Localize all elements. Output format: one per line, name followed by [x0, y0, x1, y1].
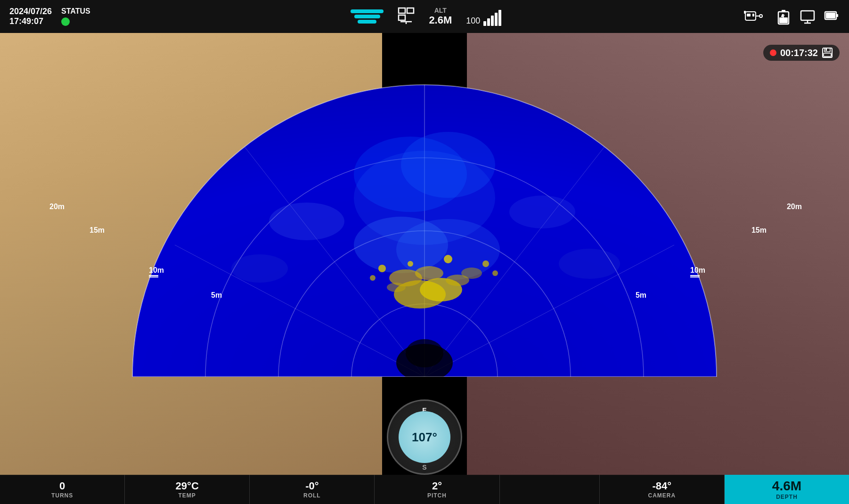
svg-point-46 — [415, 266, 443, 280]
camera-label: CAMERA — [648, 492, 676, 499]
svg-rect-23 — [825, 48, 830, 52]
compass-outer: E 107° S — [387, 399, 462, 475]
tick-line-1 — [149, 275, 158, 276]
header-bar: 2024/07/26 17:49:07 STATUS ALT 2.6M — [0, 0, 849, 33]
range-label-10m-left: 10m — [149, 266, 164, 278]
range-label-20m-right: 20m — [787, 203, 802, 211]
svg-rect-1 — [407, 8, 414, 13]
svg-point-59 — [559, 249, 620, 279]
temp-display: 29°C TEMP — [125, 475, 250, 504]
alt-value: 2.6M — [429, 14, 452, 26]
alt-label: ALT — [434, 7, 447, 14]
svg-rect-24 — [824, 53, 831, 57]
battery-level-icon — [823, 7, 840, 26]
recording-indicator: 00:17:32 — [763, 45, 840, 61]
status-label: STATUS — [61, 7, 90, 16]
signal-bar-2 — [487, 18, 490, 26]
camera-display: -84° CAMERA — [600, 475, 725, 504]
water-surface-icon — [351, 9, 384, 24]
svg-rect-25 — [825, 49, 827, 51]
depth-value: 4.6M — [772, 479, 801, 494]
compass: E 107° S — [387, 399, 462, 475]
time-display: 17:49:07 — [9, 16, 52, 26]
turns-display: 0 TURNS — [0, 475, 125, 504]
bottom-status-bar: 0 TURNS 29°C TEMP -0° ROLL 2° PITCH -84°… — [0, 475, 849, 504]
roll-value: -0° — [305, 480, 318, 492]
svg-rect-12 — [782, 10, 785, 12]
display-icon — [800, 7, 816, 26]
svg-rect-0 — [399, 8, 405, 13]
tick-line-r1 — [690, 275, 700, 276]
depth-label: DEPTH — [776, 494, 798, 500]
record-time: 00:17:32 — [780, 48, 818, 58]
wave-line-2 — [354, 15, 380, 18]
turns-label: TURNS — [51, 492, 73, 499]
range-label-10m-right: 10m — [690, 266, 705, 278]
svg-point-56 — [269, 203, 344, 240]
tick-line-2 — [149, 276, 158, 277]
status-display: STATUS — [61, 7, 90, 26]
svg-point-51 — [482, 260, 489, 267]
roll-label: ROLL — [303, 492, 321, 499]
battery-icon — [776, 7, 792, 26]
svg-rect-16 — [801, 11, 814, 20]
status-indicator — [61, 17, 70, 26]
range-label-5m-left: 5m — [211, 291, 222, 300]
svg-point-54 — [370, 275, 376, 281]
svg-point-50 — [378, 265, 386, 272]
wave-line-3 — [358, 20, 376, 24]
temp-value: 29°C — [176, 480, 199, 492]
altitude-display: ALT 2.6M — [429, 7, 452, 26]
svg-point-52 — [408, 261, 413, 267]
rov-icon — [743, 7, 769, 26]
range-label-15m-right: 15m — [751, 226, 767, 235]
signal-bar-3 — [491, 16, 494, 26]
compass-placeholder — [500, 475, 600, 504]
svg-point-61 — [406, 339, 443, 367]
compass-inner: 107° — [399, 411, 450, 463]
svg-rect-6 — [747, 14, 751, 16]
signal-display: 100 — [466, 7, 501, 26]
record-dot — [770, 49, 776, 56]
signal-value: 100 — [466, 16, 480, 26]
pitch-display: 2° PITCH — [375, 475, 499, 504]
svg-rect-21 — [826, 13, 835, 18]
tick-line-r2 — [690, 276, 700, 277]
svg-rect-20 — [836, 14, 838, 17]
turns-value: 0 — [59, 480, 65, 492]
roll-display: -0° ROLL — [250, 475, 375, 504]
wave-line-1 — [351, 9, 384, 13]
header-icons — [743, 7, 840, 26]
pitch-value: 2° — [432, 480, 442, 492]
date-display: 2024/07/26 — [9, 7, 52, 16]
signal-bar-4 — [495, 13, 498, 26]
svg-rect-2 — [399, 15, 405, 20]
save-icon — [822, 47, 833, 58]
svg-point-58 — [231, 254, 288, 283]
compass-heading: 107° — [412, 430, 437, 445]
signal-bar-5 — [498, 10, 501, 26]
svg-point-55 — [492, 270, 498, 276]
svg-rect-10 — [744, 11, 746, 14]
signal-bar-1 — [483, 21, 486, 26]
svg-point-49 — [461, 268, 482, 279]
datetime-display: 2024/07/26 17:49:07 — [9, 7, 52, 26]
compass-direction-bottom: S — [422, 463, 426, 471]
signal-bars — [483, 10, 501, 26]
range-label-20m-left: 20m — [49, 203, 65, 211]
range-label-15m-left: 15m — [90, 226, 105, 235]
sonar-display — [118, 33, 731, 377]
svg-rect-7 — [752, 14, 754, 16]
screen-icon — [398, 7, 415, 26]
svg-rect-13 — [779, 17, 788, 23]
pitch-label: PITCH — [427, 492, 447, 499]
svg-point-53 — [444, 255, 452, 263]
svg-point-57 — [509, 195, 575, 228]
header-center: ALT 2.6M 100 — [109, 7, 743, 26]
svg-rect-22 — [823, 48, 832, 57]
range-label-5m-right: 5m — [636, 291, 646, 300]
temp-label: TEMP — [179, 492, 196, 499]
svg-point-48 — [387, 283, 406, 292]
depth-display: 4.6M DEPTH — [725, 475, 849, 504]
svg-point-9 — [759, 15, 762, 17]
